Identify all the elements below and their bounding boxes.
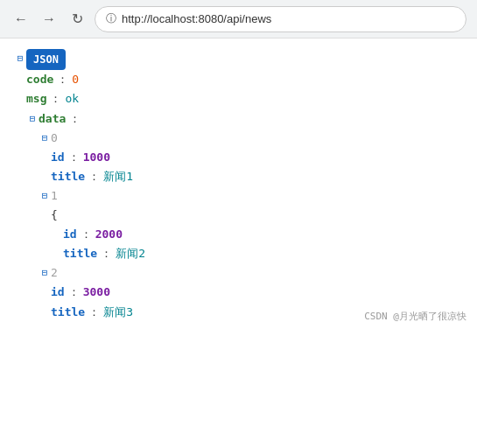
- root-toggle[interactable]: ⊟: [14, 51, 26, 67]
- item-0-title-row: title ： 新闻1: [14, 167, 463, 186]
- item-0-title-colon: ：: [88, 167, 100, 186]
- data-colon: ：: [69, 109, 81, 129]
- json-badge: JSON: [26, 49, 66, 70]
- item-1-title-key: title: [63, 244, 97, 263]
- item-1-title-colon: ：: [101, 244, 112, 263]
- code-key: code: [26, 70, 53, 89]
- json-root-row: ⊟ JSON: [14, 49, 463, 70]
- item-0-id-key: id: [51, 148, 65, 167]
- item-1-index: 1: [51, 186, 58, 206]
- json-viewer: ⊟ JSON code ： 0 msg ： ok ⊟ data ： ⊟ 0 id…: [0, 38, 477, 332]
- item-0-id-value: 1000: [83, 148, 110, 167]
- msg-value: ok: [65, 89, 79, 108]
- item-1-id-key: id: [63, 225, 77, 244]
- item-2-title-colon: ：: [88, 303, 100, 322]
- item-1-title-value: 新闻2: [116, 244, 145, 263]
- data-toggle[interactable]: ⊟: [26, 111, 39, 128]
- item-1-header: ⊟ 1: [14, 186, 463, 206]
- item-0-index: 0: [51, 129, 58, 148]
- item-0-id-colon: ：: [68, 148, 80, 167]
- item-0-id-row: id ： 1000: [14, 148, 463, 167]
- lock-icon: ⓘ: [106, 11, 116, 26]
- item-2-toggle[interactable]: ⊟: [39, 265, 51, 282]
- item-2-index: 2: [51, 263, 58, 283]
- item-1-toggle[interactable]: ⊟: [39, 188, 51, 205]
- item-1-title-row: title ： 新闻2: [14, 244, 463, 263]
- msg-row: msg ： ok: [14, 89, 463, 108]
- back-button[interactable]: ←: [11, 9, 32, 30]
- browser-toolbar: ← → ↻ ⓘ http://localhost:8080/api/news: [0, 0, 477, 38]
- item-0-title-value: 新闻1: [103, 167, 133, 186]
- item-2-header: ⊟ 2: [14, 263, 463, 283]
- refresh-button[interactable]: ↻: [67, 9, 88, 30]
- item-1-id-colon: ：: [81, 225, 92, 244]
- msg-key: msg: [26, 89, 46, 108]
- url-text: http://localhost:8080/api/news: [122, 12, 271, 25]
- item-0-header: ⊟ 0: [14, 129, 463, 148]
- item-0-toggle[interactable]: ⊟: [39, 130, 51, 147]
- code-value: 0: [72, 70, 79, 89]
- code-row: code ： 0: [14, 70, 463, 89]
- item-2-id-key: id: [51, 283, 65, 302]
- item-1-id-row: id ： 2000: [14, 225, 463, 244]
- code-colon: ：: [57, 70, 68, 89]
- item-2-title-value: 新闻3: [103, 303, 133, 322]
- item-1-brace: {: [14, 206, 463, 225]
- item-2-id-value: 3000: [83, 283, 110, 302]
- data-key: data: [39, 109, 66, 129]
- address-bar[interactable]: ⓘ http://localhost:8080/api/news: [95, 6, 466, 32]
- item-1-id-value: 2000: [95, 225, 123, 244]
- item-0-title-key: title: [51, 167, 85, 186]
- msg-colon: ：: [50, 89, 61, 108]
- forward-button[interactable]: →: [39, 9, 60, 30]
- item-1-open-brace: {: [51, 206, 58, 225]
- item-2-id-row: id ： 3000: [14, 283, 463, 302]
- watermark: CSDN @月光晒了很凉快: [364, 309, 466, 326]
- data-row: ⊟ data ：: [14, 109, 463, 129]
- item-2-title-key: title: [51, 303, 85, 322]
- item-2-id-colon: ：: [68, 283, 80, 302]
